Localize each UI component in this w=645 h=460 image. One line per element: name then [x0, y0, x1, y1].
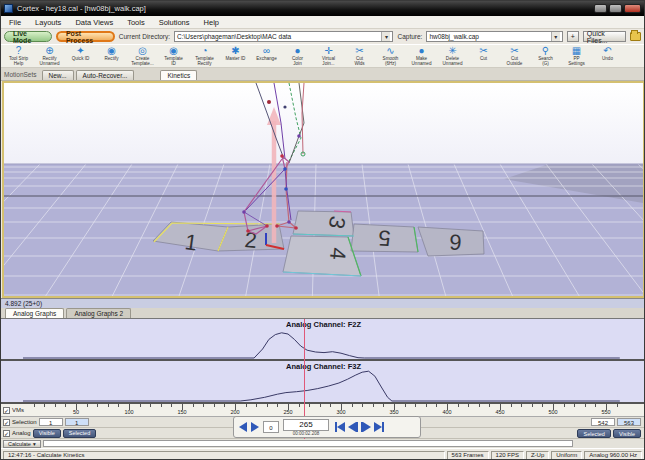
tab-auto-recover-[interactable]: Auto-Recover... [76, 70, 135, 80]
right-selected-button[interactable]: Selected [577, 429, 610, 438]
add-capture-button[interactable]: + [567, 31, 579, 42]
toolbar-cut-wlds-button[interactable]: ✂Cut Wlds [344, 46, 375, 66]
vms-checkbox[interactable]: ✓ [3, 407, 10, 414]
toolbar-master-id-button[interactable]: ✱Master ID [220, 46, 251, 61]
toolbar-label: Smooth (6Hz) [383, 56, 399, 66]
cut-outside-icon: ✂ [510, 46, 518, 56]
range-start-field[interactable]: 542 [591, 418, 615, 426]
selection-end-field[interactable]: 1 [65, 418, 89, 426]
right-visible-button[interactable]: Visible [613, 429, 641, 438]
menu-item-file[interactable]: File [9, 18, 21, 27]
toolbar-label: Undo [602, 56, 613, 61]
toolbar-create-template-button[interactable]: ◎Create Template... [127, 46, 158, 66]
status-segment: 120 FPS [491, 451, 524, 460]
current-directory-combo[interactable]: C:\Users\phageman\Desktop\MAC data ▾ [174, 31, 393, 42]
analog-graph-f2z[interactable]: Analog Channel: F2Z [1, 319, 645, 361]
go-to-end-button[interactable] [374, 422, 384, 432]
toolbar-quick-id-button[interactable]: ✦Quick ID [65, 46, 96, 61]
title-bar[interactable]: Cortex - hey18.cal - [hw08bj_walk.cap] [1, 1, 644, 16]
calculate-button[interactable]: Calculate ▾ [3, 440, 41, 448]
toolbar-cut-button[interactable]: ✂Cut [468, 46, 499, 61]
ruler-tick [44, 404, 45, 407]
folder-icon[interactable] [630, 32, 641, 41]
ruler-tick [65, 404, 66, 407]
menu-item-data-views[interactable]: Data Views [75, 18, 113, 27]
ruler-tick [585, 404, 586, 407]
rectify-icon: ◉ [107, 46, 116, 56]
range-end-field[interactable]: 563 [617, 418, 641, 426]
toolbar-rectify-unnamed-button[interactable]: ⊕Rectify Unnamed [34, 46, 65, 66]
viewport-3d[interactable]: 1 2 3 4 5 6 [2, 81, 645, 298]
menu-item-help[interactable]: Help [204, 18, 219, 27]
quick-files-button[interactable]: Quick Files... [583, 31, 626, 42]
menu-item-solutions[interactable]: Solutions [159, 18, 190, 27]
live-mode-button[interactable]: Live Mode [4, 31, 52, 42]
ruler-tick [436, 404, 437, 407]
create-template-icon: ◎ [138, 46, 147, 56]
toolbar-delete-unnamed-button[interactable]: ✳Delete Unnamed [437, 46, 468, 66]
close-button[interactable] [624, 4, 641, 13]
calculate-progress-field [43, 440, 573, 447]
toolbar-undo-button[interactable]: ↶Undo [592, 46, 623, 61]
tab-analog-graphs-2[interactable]: Analog Graphs 2 [66, 308, 131, 318]
toolbar-label: Rectify Unnamed [40, 56, 60, 66]
tab-analog-graphs[interactable]: Analog Graphs [5, 308, 64, 318]
ruler-tick [564, 404, 565, 407]
capture-combo[interactable]: hw08bj_walk.cap ▾ [426, 31, 562, 42]
svg-text:4: 4 [325, 247, 351, 261]
toolbar-label: Template Rectify [195, 56, 214, 66]
toolbar-cut-outside-button[interactable]: ✂Cut Outside [499, 46, 530, 66]
ruler-tick [108, 404, 109, 407]
viewport-status-bar: 4.892 (25+0) [1, 298, 644, 308]
chevron-down-icon[interactable]: ▾ [381, 32, 390, 41]
toolbar-label: Cut [480, 56, 487, 61]
step-forward-button[interactable] [361, 422, 371, 432]
tab-new-[interactable]: New... [42, 70, 74, 80]
analog-visible-button[interactable]: Visible [33, 429, 61, 438]
toolbar-help-button[interactable]: ?Tool Strip Help [3, 46, 34, 66]
ruler-tick [214, 404, 215, 407]
post-process-button[interactable]: Post Process [56, 31, 115, 42]
toolbar-make-unnamed-button[interactable]: ●Make Unnamed [406, 46, 437, 66]
toolbar-pp-settings-button[interactable]: ▦PP Settings [561, 46, 592, 66]
selection-checkbox[interactable]: ✓ [3, 419, 10, 426]
maximize-button[interactable] [609, 4, 622, 13]
toolbar-label: PP Settings [568, 56, 585, 66]
go-to-start-button[interactable] [335, 422, 345, 432]
menu-bar: FileLayoutsData ViewsToolsSolutionsHelp [1, 16, 644, 29]
ruler-tick [415, 404, 416, 407]
selection-start-field[interactable]: 1 [39, 418, 63, 426]
toolbar-smooth-button[interactable]: ∿Smooth (6Hz) [375, 46, 406, 66]
ruler-tick [161, 404, 162, 407]
toolbar-search-button[interactable]: ⚲Search (G) [530, 46, 561, 66]
analog-selected-button[interactable]: Selected [63, 429, 96, 438]
ruler-tick [405, 404, 406, 407]
current-frame-field[interactable]: 265 [283, 419, 329, 431]
play-forward-button[interactable] [251, 422, 259, 432]
toolbar-template-rectify-button[interactable]: ◔Template Rectify [189, 46, 220, 66]
analog-curve [23, 371, 620, 401]
ruler-label: 450 [495, 409, 504, 415]
step-back-button[interactable] [348, 422, 358, 432]
menu-item-tools[interactable]: Tools [127, 18, 145, 27]
vms-row: ✓ VMs [1, 404, 31, 417]
step-size-spinner[interactable]: 0 [263, 421, 279, 433]
play-reverse-button[interactable] [239, 422, 247, 432]
ruler-tick [87, 404, 88, 407]
ruler-tick [246, 404, 247, 407]
analog-checkbox[interactable]: ✓ [3, 430, 10, 437]
toolbar-virtual-join-button[interactable]: ✛Virtual Join... [313, 46, 344, 66]
chevron-down-icon[interactable]: ▾ [551, 32, 560, 41]
analog-graph-f3z[interactable]: Analog Channel: F3Z [1, 361, 645, 404]
tab-kinetics[interactable]: Kinetics [160, 70, 197, 80]
current-directory-value: C:\Users\phageman\Desktop\MAC data [177, 33, 291, 40]
toolbar-color-join-button[interactable]: ●Color Join [282, 46, 313, 66]
toolbar-rectify-button[interactable]: ◉Rectify [96, 46, 127, 61]
menu-item-layouts[interactable]: Layouts [35, 18, 61, 27]
toolbar-label: Cut Outside [507, 56, 523, 66]
minimize-button[interactable] [594, 4, 607, 13]
ruler-tick [468, 404, 469, 407]
toolbar-exchange-button[interactable]: ∞Exchange [251, 46, 282, 61]
toolbar-template-id-button[interactable]: ◉Template ID [158, 46, 189, 66]
status-segment: Z-Up [526, 451, 549, 460]
